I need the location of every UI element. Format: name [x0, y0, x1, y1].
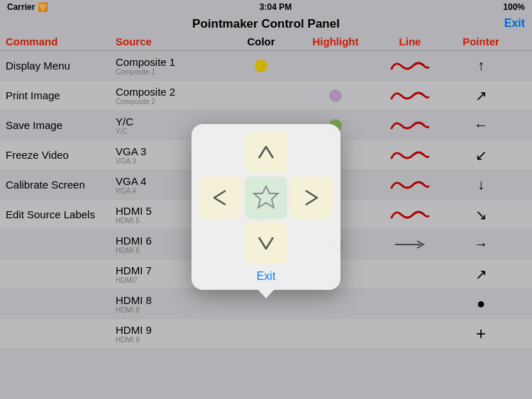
- popup-center-button[interactable]: [245, 176, 287, 219]
- popup-right-button[interactable]: [290, 176, 333, 219]
- popup-exit-button[interactable]: Exit: [257, 270, 276, 283]
- popup-up-button[interactable]: [245, 131, 287, 174]
- popup-overlay[interactable]: Exit: [0, 0, 532, 399]
- popup-left-button[interactable]: [199, 176, 241, 219]
- popup-grid: [199, 131, 333, 264]
- popup-footer: Exit: [199, 270, 333, 283]
- popup-down-button[interactable]: [245, 222, 287, 264]
- popup-cell-bottomleft: [199, 222, 241, 264]
- popup-cell-topleft: [199, 131, 241, 174]
- direction-popup: Exit: [192, 124, 340, 290]
- popup-cell-topright: [290, 131, 333, 174]
- svg-marker-1: [254, 186, 278, 208]
- popup-cell-bottomright: [290, 222, 333, 264]
